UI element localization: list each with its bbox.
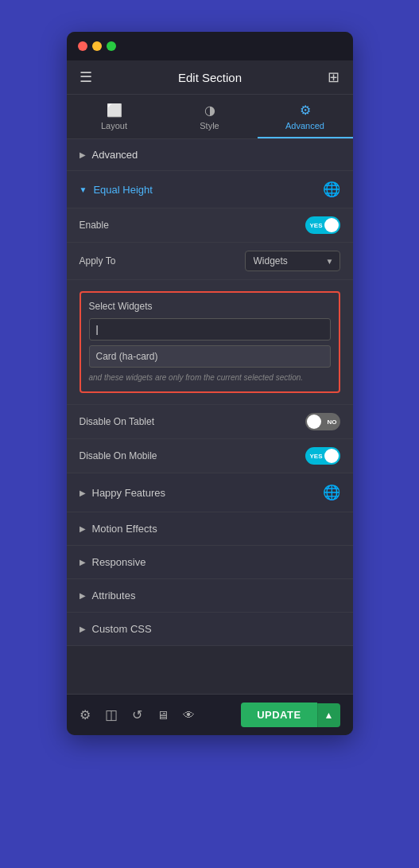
select-widgets-area: Select Widgets Card (ha-card) and these … — [80, 291, 340, 393]
style-icon: ◑ — [204, 103, 215, 118]
equal-height-pro-icon: 🌐 — [323, 181, 340, 198]
eye-toolbar-icon[interactable]: 👁 — [183, 708, 195, 722]
tab-style-label: Style — [200, 121, 219, 130]
enable-label: Enable — [80, 220, 109, 231]
widget-search-input[interactable] — [89, 318, 331, 341]
motion-effects-label: Motion Effects — [92, 523, 157, 535]
update-arrow-button[interactable]: ▲ — [317, 703, 340, 727]
apply-to-select[interactable]: Widgets Columns Content — [245, 251, 340, 271]
attributes-arrow-icon: ▶ — [80, 591, 86, 600]
widget-hint-text: and these widgets are only from the curr… — [89, 372, 331, 383]
custom-css-arrow-icon: ▶ — [80, 625, 86, 633]
select-widgets-label: Select Widgets — [89, 301, 331, 312]
disable-tablet-row: Disable On Tablet NO — [67, 405, 353, 439]
tab-layout-label: Layout — [101, 121, 127, 130]
section-responsive[interactable]: ▶ Responsive — [67, 546, 353, 579]
happy-features-label: Happy Features — [92, 487, 166, 499]
grid-icon[interactable]: ⊞ — [328, 68, 339, 86]
happy-features-icon: 🌐 — [323, 484, 340, 501]
motion-effects-arrow-icon: ▶ — [80, 524, 86, 533]
disable-tablet-knob — [307, 415, 321, 429]
equal-height-arrow-icon: ▼ — [80, 185, 87, 194]
section-attributes[interactable]: ▶ Attributes — [67, 579, 353, 613]
disable-tablet-toggle-label: NO — [328, 418, 337, 426]
update-button[interactable]: UPDATE — [241, 703, 316, 727]
disable-mobile-toggle[interactable]: YES — [305, 447, 340, 465]
dot-yellow[interactable] — [92, 41, 102, 51]
tab-style[interactable]: ◑ Style — [162, 95, 258, 138]
disable-mobile-knob — [324, 449, 339, 463]
layout-icon: ⬜ — [107, 103, 122, 118]
section-happy-features[interactable]: ▶ Happy Features 🌐 — [67, 473, 353, 512]
enable-toggle[interactable]: YES — [305, 216, 340, 234]
custom-css-label: Custom CSS — [92, 623, 152, 635]
advanced-section-label: Advanced — [92, 149, 138, 161]
apply-to-wrapper: Widgets Columns Content ▼ — [245, 251, 340, 271]
update-btn-wrapper: UPDATE ▲ — [241, 703, 339, 727]
dot-green[interactable] — [107, 41, 116, 51]
disable-mobile-toggle-label: YES — [310, 453, 323, 460]
tab-layout[interactable]: ⬜ Layout — [67, 95, 162, 138]
section-motion-effects[interactable]: ▶ Motion Effects — [67, 512, 353, 546]
tab-advanced-label: Advanced — [285, 121, 324, 130]
titlebar — [67, 32, 353, 60]
disable-tablet-label: Disable On Tablet — [80, 416, 155, 427]
happy-features-arrow-icon: ▶ — [80, 488, 86, 497]
responsive-label: Responsive — [92, 556, 146, 568]
enable-toggle-knob — [324, 218, 339, 232]
settings-toolbar-icon[interactable]: ⚙ — [80, 707, 91, 722]
content-spacer — [67, 646, 353, 694]
apply-to-label: Apply To — [80, 255, 116, 267]
dot-red[interactable] — [78, 41, 87, 51]
hamburger-icon[interactable]: ☰ — [80, 68, 92, 86]
panel-header: ☰ Edit Section ⊞ — [67, 60, 353, 95]
enable-row: Enable YES — [67, 208, 353, 243]
panel-title: Edit Section — [178, 71, 242, 84]
apply-to-row: Apply To Widgets Columns Content ▼ — [67, 243, 353, 280]
desktop-toolbar-icon[interactable]: 🖥 — [157, 708, 169, 722]
attributes-label: Attributes — [92, 590, 136, 601]
section-custom-css[interactable]: ▶ Custom CSS — [67, 613, 353, 646]
advanced-arrow-icon: ▶ — [80, 150, 86, 159]
layers-toolbar-icon[interactable]: ◫ — [105, 706, 118, 723]
disable-mobile-label: Disable On Mobile — [80, 450, 157, 461]
disable-tablet-toggle[interactable]: NO — [305, 413, 340, 430]
enable-toggle-label: YES — [310, 222, 323, 229]
equal-height-label: Equal Height — [93, 184, 152, 196]
section-equal-height[interactable]: ▼ Equal Height 🌐 — [67, 171, 353, 208]
tab-advanced[interactable]: ⚙ Advanced — [258, 95, 353, 138]
editor-panel: ☰ Edit Section ⊞ ⬜ Layout ◑ Style ⚙ Adva… — [67, 32, 353, 735]
responsive-arrow-icon: ▶ — [80, 558, 86, 566]
widget-option-card[interactable]: Card (ha-card) — [89, 345, 331, 368]
bottom-toolbar: ⚙ ◫ ↺ 🖥 👁 UPDATE ▲ — [67, 694, 353, 735]
history-toolbar-icon[interactable]: ↺ — [132, 707, 142, 722]
tab-bar: ⬜ Layout ◑ Style ⚙ Advanced — [67, 95, 353, 139]
section-advanced[interactable]: ▶ Advanced — [67, 139, 353, 171]
disable-mobile-row: Disable On Mobile YES — [67, 439, 353, 473]
advanced-icon: ⚙ — [300, 103, 311, 118]
